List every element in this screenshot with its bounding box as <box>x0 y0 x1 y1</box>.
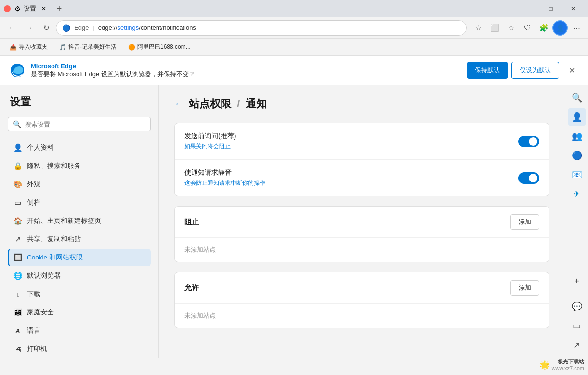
browser-essentials-button[interactable]: 🛡 <box>520 20 535 36</box>
profile-nav-icon: 👤 <box>13 143 22 152</box>
ask-before-send-toggle[interactable] <box>518 136 539 147</box>
sidebar-item-share-label: 共享、复制和粘贴 <box>27 235 81 244</box>
new-tab-button[interactable]: + <box>52 1 67 16</box>
bookmark-import[interactable]: 📥 导入收藏夹 <box>6 41 52 53</box>
close-dot[interactable] <box>4 5 11 12</box>
maximize-button[interactable]: □ <box>540 0 562 17</box>
set-default-button[interactable]: 仅设为默认 <box>511 62 559 79</box>
title-bar-left: ⚙ 设置 ✕ + <box>4 1 67 16</box>
search-box[interactable]: 🔍 <box>8 117 151 131</box>
bookmarks-bar: 📥 导入收藏夹 🎵 抖音-记录美好生活 🟠 阿里巴巴1688.com... <box>0 39 588 56</box>
import-icon: 📥 <box>10 44 17 51</box>
split-screen-button[interactable]: ⬜ <box>487 20 502 36</box>
page-header: ← 站点权限 / 通知 <box>174 97 549 111</box>
sidebar-item-startup-label: 开始、主页和新建标签页 <box>27 217 101 225</box>
print-nav-icon: 🖨 <box>13 345 22 353</box>
rs-divider <box>571 294 583 294</box>
back-button[interactable]: ← <box>4 20 19 36</box>
more-button[interactable]: ⋯ <box>569 20 584 36</box>
block-section-title: 阻止 <box>184 218 199 227</box>
sidebar-item-family[interactable]: 👨‍👩‍👧 家庭安全 <box>8 304 151 321</box>
bookmark-import-label: 导入收藏夹 <box>19 43 48 51</box>
right-sidebar: 🔍 👤 👥 🔵 📧 ✈ + 💬 ▭ ↗ <box>565 85 588 358</box>
startup-nav-icon: 🏠 <box>13 217 22 225</box>
window-controls: — □ ✕ <box>518 0 584 17</box>
alibaba-icon: 🟠 <box>128 44 135 51</box>
rs-minimize-panel-button[interactable]: ▭ <box>568 317 586 335</box>
bookmark-tiktok-label: 抖音-记录美好生活 <box>68 43 117 51</box>
toolbar-icons: ☆ ⬜ ☆ 🛡 🧩 👤 ⋯ <box>470 20 584 36</box>
appearance-nav-icon: 🎨 <box>13 180 22 189</box>
sidebar-item-appearance[interactable]: 🎨 外观 <box>8 176 151 193</box>
sidebar-item-privacy[interactable]: 🔒 隐私、搜索和服务 <box>8 157 151 175</box>
settings-sidebar: 设置 🔍 👤 个人资料 🔒 隐私、搜索和服务 🎨 外观 ▭ 侧栏 🏠 开始、主页… <box>0 85 159 358</box>
sidebar-item-profile-label: 个人资料 <box>27 143 54 152</box>
watermark-line1: 极光下载站 <box>552 358 584 365</box>
refresh-button[interactable]: ↻ <box>39 20 54 36</box>
search-input[interactable] <box>25 121 145 128</box>
rs-edge-button[interactable]: 🔵 <box>568 147 586 164</box>
close-button[interactable]: ✕ <box>562 0 584 17</box>
settings-tab-icon: ⚙ <box>14 5 21 13</box>
tab-close-button[interactable]: ✕ <box>39 4 49 13</box>
block-add-button[interactable]: 添加 <box>510 214 539 230</box>
mute-notifications-toggle[interactable] <box>518 172 539 184</box>
allow-empty-text: 未添加站点 <box>175 303 549 328</box>
address-domain-label: Edge <box>74 24 89 31</box>
edge-logo <box>10 63 25 78</box>
bookmark-tiktok[interactable]: 🎵 抖音-记录美好生活 <box>55 41 120 53</box>
rs-search-button[interactable]: 🔍 <box>568 89 586 106</box>
rs-collections-button[interactable]: 👥 <box>568 128 586 145</box>
browser-nav-icon: 🌐 <box>13 272 22 280</box>
share-nav-icon: ↗ <box>13 235 22 244</box>
address-url: edge://settings/content/notifications <box>98 24 196 31</box>
sidebar-item-cookies[interactable]: 🔲 Cookie 和网站权限 <box>8 249 151 266</box>
sidebar-item-browser[interactable]: 🌐 默认浏览器 <box>8 267 151 284</box>
collections-button[interactable]: ☆ <box>503 20 519 36</box>
minimize-button[interactable]: — <box>518 0 540 17</box>
rs-telegram-button[interactable]: ✈ <box>568 185 586 203</box>
rs-feedback-button[interactable]: 💬 <box>568 298 586 315</box>
address-box[interactable]: 🔵 Edge | edge://settings/content/notific… <box>56 20 467 36</box>
extensions-button[interactable]: 🧩 <box>536 20 551 36</box>
rs-add-button[interactable]: + <box>568 272 586 290</box>
mute-notifications-item: 使通知请求静音 这会防止通知请求中断你的操作 <box>175 160 549 196</box>
sidebar-title: 设置 <box>8 95 151 109</box>
sidebar-item-profile[interactable]: 👤 个人资料 <box>8 139 151 156</box>
sidebar-item-share[interactable]: ↗ 共享、复制和粘贴 <box>8 231 151 248</box>
favorites-button[interactable]: ☆ <box>470 20 486 36</box>
profile-button[interactable]: 👤 <box>552 20 568 36</box>
banner-close-button[interactable]: ✕ <box>565 64 578 77</box>
bookmark-alibaba[interactable]: 🟠 阿里巴巴1688.com... <box>124 41 195 53</box>
address-bar-row: ← → ↻ 🔵 Edge | edge://settings/content/n… <box>0 17 588 39</box>
ask-before-send-item: 发送前询问(推荐) 如果关闭将会阻止 <box>175 123 549 160</box>
rs-external-link-button[interactable]: ↗ <box>568 336 586 354</box>
family-nav-icon: 👨‍👩‍👧 <box>13 308 22 317</box>
page-title: 站点权限 / 通知 <box>189 97 267 111</box>
sidebar-item-languages[interactable]: A 语言 <box>8 322 151 339</box>
mute-notifications-desc: 这会防止通知请求中断你的操作 <box>184 179 518 187</box>
settings-toggles-card: 发送前询问(推荐) 如果关闭将会阻止 使通知请求静音 这会防止通知请求中断你的操… <box>174 123 549 196</box>
keep-default-button[interactable]: 保持默认 <box>467 62 508 79</box>
bookmark-alibaba-label: 阿里巴巴1688.com... <box>137 43 191 51</box>
block-section-header: 阻止 添加 <box>175 207 549 237</box>
watermark: 🌟 极光下载站 www.xz7.com <box>539 358 584 371</box>
sidebar-item-appearance-label: 外观 <box>27 180 40 189</box>
search-icon: 🔍 <box>13 120 21 128</box>
forward-button[interactable]: → <box>21 20 37 36</box>
allow-add-button[interactable]: 添加 <box>510 280 539 296</box>
sidebar-item-sidebar[interactable]: ▭ 侧栏 <box>8 194 151 211</box>
sidebar-item-print[interactable]: 🖨 打印机 <box>8 340 151 358</box>
back-arrow[interactable]: ← <box>174 99 183 109</box>
rs-profile-button[interactable]: 👤 <box>568 108 586 126</box>
sidebar-item-startup[interactable]: 🏠 开始、主页和新建标签页 <box>8 212 151 230</box>
cookies-nav-icon: 🔲 <box>13 253 22 262</box>
sidebar-item-downloads-label: 下载 <box>27 290 40 298</box>
main-panel: ← 站点权限 / 通知 发送前询问(推荐) 如果关闭将会阻止 <box>159 85 565 358</box>
breadcrumb-part2: 通知 <box>246 98 267 110</box>
mute-notifications-label: 使通知请求静音 <box>184 168 518 177</box>
settings-tab-label: 设置 <box>24 4 36 13</box>
mute-notifications-text: 使通知请求静音 这会防止通知请求中断你的操作 <box>184 168 518 187</box>
sidebar-item-downloads[interactable]: ↓ 下载 <box>8 285 151 303</box>
rs-outlook-button[interactable]: 📧 <box>568 166 586 183</box>
